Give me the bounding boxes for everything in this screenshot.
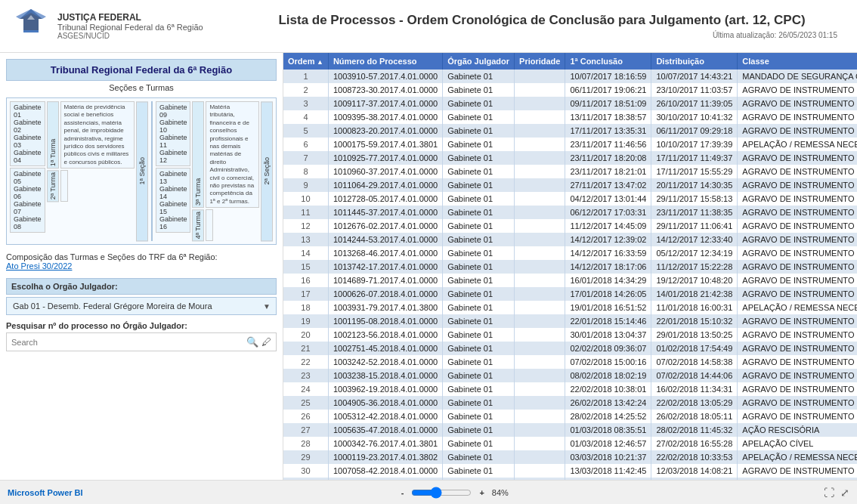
- cell-prioridade: [515, 233, 565, 246]
- cell-conclusao: 16/01/2018 14:34:29: [565, 274, 651, 287]
- turma2-desc: [60, 170, 68, 202]
- cell-distribuicao: 23/11/2017 11:38:35: [651, 206, 738, 219]
- cell-classe: AGRAVO DE INSTRUMENTO: [738, 396, 857, 410]
- cell-distribuicao: 26/02/2018 18:05:11: [651, 410, 738, 423]
- cell-prioridade: [515, 301, 565, 314]
- section1-label: 1ª Seção: [136, 101, 148, 241]
- cell-orgao: Gabinete 01: [443, 274, 515, 287]
- cell-processo: 1000342-76.2017.4.01.3801: [328, 437, 442, 450]
- cell-prioridade: [515, 124, 565, 138]
- cell-processo: 1001195-08.2018.4.01.0000: [328, 314, 442, 328]
- table-row: 5 1000823-20.2017.4.01.0000 Gabinete 01 …: [283, 124, 857, 138]
- cell-conclusao: 30/01/2018 13:04:37: [565, 328, 651, 342]
- table-row: 4 1009395-38.2017.4.01.0000 Gabinete 01 …: [283, 110, 857, 124]
- cell-ordem: 2: [283, 83, 328, 97]
- col-numero[interactable]: Número do Processo: [328, 53, 442, 70]
- cell-distribuicao: 22/02/2018 13:05:29: [651, 396, 738, 410]
- cell-ordem: 19: [283, 314, 328, 328]
- cell-distribuicao: 05/12/2017 12:34:19: [651, 246, 738, 260]
- table-row: 9 1011064-29.2017.4.01.0000 Gabinete 01 …: [283, 178, 857, 192]
- fullscreen-icon[interactable]: ⛶: [824, 487, 834, 499]
- cell-prioridade: [515, 274, 565, 287]
- cell-distribuicao: 19/12/2017 10:48:20: [651, 274, 738, 287]
- col-orgao[interactable]: Órgão Julgador: [443, 53, 515, 70]
- logo-dept: ASGES/NUCID: [57, 32, 203, 40]
- section2-label: 2ª Seção: [261, 101, 273, 241]
- table-row: 14 1013268-46.2017.4.01.0000 Gabinete 01…: [283, 246, 857, 260]
- cell-distribuicao: 26/10/2017 11:39:05: [651, 97, 738, 110]
- table-body: 1 1003910-57.2017.4.01.0000 Gabinete 01 …: [283, 70, 857, 480]
- cell-prioridade: [515, 355, 565, 369]
- orgao-select[interactable]: Gab 01 - Desemb. Federal Grégore Moreira…: [6, 297, 277, 315]
- cell-orgao: Gabinete 01: [443, 450, 515, 464]
- cell-ordem: 29: [283, 450, 328, 464]
- cell-classe: APELAÇÃO / REMESSA NECESS.: [738, 450, 857, 464]
- table-row: 22 1003242-52.2018.4.01.0000 Gabinete 01…: [283, 355, 857, 369]
- last-update-value: 26/05/2023 01:15: [778, 31, 837, 39]
- cell-processo: 1002123-56.2018.4.01.0000: [328, 328, 442, 342]
- share-icon[interactable]: ⤢: [840, 487, 849, 499]
- table-row: 24 1003962-19.2018.4.01.0000 Gabinete 01…: [283, 382, 857, 396]
- cell-orgao: Gabinete 01: [443, 396, 515, 410]
- filter-icon[interactable]: 🖊: [261, 336, 271, 348]
- table-row: 15 1013742-17.2017.4.01.0000 Gabinete 01…: [283, 260, 857, 274]
- cell-ordem: 18: [283, 301, 328, 314]
- cell-processo: 1000119-23.2017.4.01.3802: [328, 450, 442, 464]
- cell-processo: 1009395-38.2017.4.01.0000: [328, 110, 442, 124]
- col-distribuicao[interactable]: Distribuição: [651, 53, 738, 70]
- cell-classe: AGRAVO DE INSTRUMENTO: [738, 410, 857, 423]
- cell-conclusao: 17/01/2018 14:26:05: [565, 287, 651, 301]
- search-input[interactable]: [11, 338, 243, 347]
- cell-orgao: Gabinete 01: [443, 219, 515, 233]
- table-row: 23 1003238-15.2018.4.01.0000 Gabinete 01…: [283, 369, 857, 382]
- cell-conclusao: 19/01/2018 16:51:52: [565, 301, 651, 314]
- zoom-minus[interactable]: -: [398, 488, 407, 497]
- composition-link[interactable]: Ato Presi 30/2022: [6, 261, 72, 271]
- diagram-inner: Gabinete 01 Gabinete 02 Gabinete 03 Gabi…: [10, 101, 273, 241]
- pesquisar-label: Pesquisar nº do processo no Órgão Julgad…: [6, 321, 277, 330]
- table-row: 2 1008723-30.2017.4.01.0000 Gabinete 01 …: [283, 83, 857, 97]
- col-conclusao[interactable]: 1ª Conclusão: [565, 53, 651, 70]
- zoom-plus[interactable]: +: [476, 488, 487, 497]
- header: JUSTIÇA FEDERAL Tribunal Regional Federa…: [0, 0, 857, 53]
- cell-orgao: Gabinete 01: [443, 260, 515, 274]
- cell-conclusao: 02/02/2018 09:36:07: [565, 342, 651, 355]
- turma4-desc: [206, 209, 213, 241]
- sidebar-subtitle: Seções e Turmas: [6, 81, 277, 94]
- powerbi-label[interactable]: Microsoft Power BI: [8, 488, 83, 497]
- search-box: 🔍 🖊: [6, 332, 277, 351]
- table-row: 16 1014689-71.2017.4.01.0000 Gabinete 01…: [283, 274, 857, 287]
- cell-classe: AGRAVO DE INSTRUMENTO: [738, 219, 857, 233]
- logo-text: JUSTIÇA FEDERAL Tribunal Regional Federa…: [57, 12, 203, 40]
- composition-text: Composição das Turmas e Seções do TRF da…: [6, 252, 277, 271]
- cell-orgao: Gabinete 01: [443, 342, 515, 355]
- cell-processo: 1012676-02.2017.4.01.0000: [328, 219, 442, 233]
- cell-ordem: 1: [283, 70, 328, 83]
- cell-distribuicao: 20/11/2017 14:30:35: [651, 178, 738, 192]
- table-row: 10 1012728-05.2017.4.01.0000 Gabinete 01…: [283, 192, 857, 206]
- last-update-label: Última atualização:: [713, 31, 776, 39]
- col-classe[interactable]: Classe: [738, 53, 857, 70]
- search-icon[interactable]: 🔍: [246, 336, 258, 348]
- table-row: 1 1003910-57.2017.4.01.0000 Gabinete 01 …: [283, 70, 857, 83]
- cell-classe: AGRAVO DE INSTRUMENTO: [738, 178, 857, 192]
- cell-conclusao: 14/12/2017 16:33:59: [565, 246, 651, 260]
- table-row: 30 1007058-42.2018.4.01.0000 Gabinete 01…: [283, 464, 857, 478]
- cell-prioridade: [515, 382, 565, 396]
- cell-distribuicao: 12/03/2018 14:08:21: [651, 464, 738, 478]
- cell-orgao: Gabinete 01: [443, 464, 515, 478]
- cell-processo: 1000823-20.2017.4.01.0000: [328, 124, 442, 138]
- col-prioridade[interactable]: Prioridade: [515, 53, 565, 70]
- cell-ordem: 26: [283, 410, 328, 423]
- cell-prioridade: [515, 192, 565, 206]
- cell-classe: APELAÇÃO / REMESSA NECESS.: [738, 301, 857, 314]
- cell-ordem: 5: [283, 124, 328, 138]
- col-ordem[interactable]: Ordem: [283, 53, 328, 70]
- cell-classe: AGRAVO DE INSTRUMENTO: [738, 246, 857, 260]
- zoom-slider[interactable]: [411, 487, 472, 499]
- orgao-label: Escolha o Orgão Julgador:: [6, 278, 277, 295]
- cell-distribuicao: 17/11/2017 15:55:29: [651, 165, 738, 178]
- select-wrapper[interactable]: Gab 01 - Desemb. Federal Grégore Moreira…: [6, 297, 277, 315]
- turma4-label: 4ª Turma: [192, 209, 204, 241]
- cell-classe: AGRAVO DE INSTRUMENTO: [738, 233, 857, 246]
